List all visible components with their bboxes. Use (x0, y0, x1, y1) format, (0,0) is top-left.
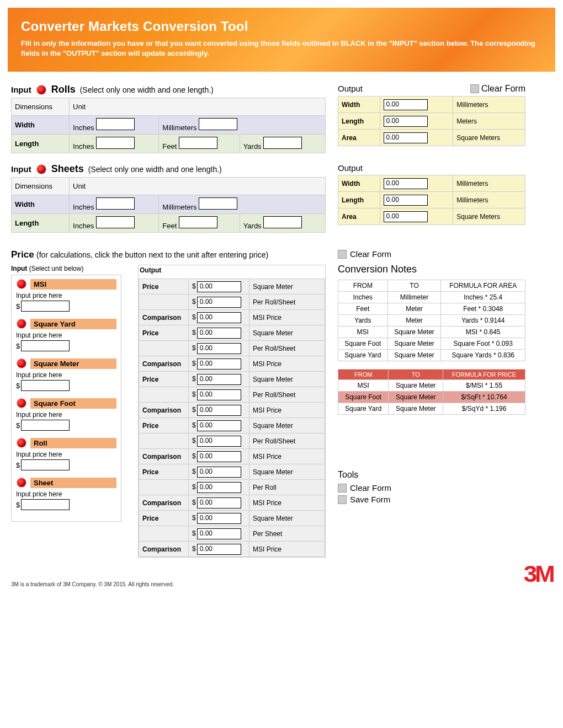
rolls-input-table: DimensionsUnit Width Inches Millimeters … (11, 98, 326, 153)
radio-icon[interactable] (16, 318, 27, 329)
rolls-width-mm[interactable] (199, 118, 237, 130)
rolls-length-inches[interactable] (96, 137, 135, 149)
rolls-width-inches[interactable] (96, 118, 135, 130)
checkbox-icon[interactable] (470, 84, 479, 93)
price-unit-label: Sheet (30, 478, 116, 488)
rolls-output-table: Width0.00Millimeters Length0.00Meters Ar… (338, 96, 525, 146)
logo-3m: 3M (523, 561, 553, 587)
tools-header: Tools (338, 470, 525, 480)
price-formula-table: FROMTOFORMULA FOR PRICE MSISquare Meter$… (338, 369, 525, 415)
price-unit-label: Square Meter (30, 358, 116, 369)
radio-icon[interactable] (16, 477, 27, 488)
sheets-input-table: DimensionsUnit Width Inches Millimeters … (11, 177, 326, 233)
area-formula-table: FROMTOFORMULA FOR AREA InchesMillimeterI… (338, 280, 525, 361)
checkbox-icon[interactable] (338, 484, 347, 493)
price-input-4[interactable] (21, 459, 70, 470)
radio-icon[interactable] (16, 437, 27, 448)
page-subtitle: Fill in only the information you have or… (21, 39, 542, 58)
price-unit-label: MSI (30, 279, 116, 290)
sheets-length-yards[interactable] (263, 216, 302, 228)
conversion-notes-header: Conversion Notes (338, 264, 525, 275)
price-input-0[interactable] (21, 301, 70, 312)
price-unit-label: Roll (30, 438, 116, 448)
checkbox-icon[interactable] (338, 250, 347, 259)
save-form-button[interactable]: Save Form (350, 495, 390, 504)
price-input-list: MSIInput price here$Square YardInput pri… (11, 275, 121, 522)
clear-form-button[interactable]: Clear Form (350, 249, 391, 259)
rolls-length-feet[interactable] (179, 137, 217, 149)
radio-icon[interactable] (16, 279, 27, 290)
radio-icon[interactable] (16, 358, 27, 369)
header-banner: Converter Markets Conversion Tool Fill i… (8, 8, 555, 72)
page-title: Converter Markets Conversion Tool (21, 19, 542, 34)
clear-form-button[interactable]: Clear Form (350, 483, 391, 493)
sheets-width-mm[interactable] (199, 197, 237, 210)
radio-icon[interactable] (16, 398, 27, 409)
rolls-input-header: Input Rolls (Select only one width and o… (11, 84, 326, 95)
price-unit-label: Square Foot (30, 398, 116, 409)
sheets-width-inches[interactable] (96, 197, 135, 210)
footer-note: 3M is a trademark of 3M Company. © 3M 20… (11, 581, 174, 587)
sheets-input-header: Input Sheets (Select only one width and … (11, 163, 326, 175)
price-header: Price (for calculations, click the butto… (11, 249, 326, 260)
price-input-2[interactable] (21, 380, 70, 391)
radio-icon[interactable] (36, 84, 47, 95)
price-input-1[interactable] (21, 340, 70, 351)
sheets-length-inches[interactable] (96, 216, 135, 228)
checkbox-icon[interactable] (338, 495, 347, 504)
price-output-table: Price$0.00Square Meter$0.00Per Roll/Shee… (139, 279, 325, 557)
sheets-length-feet[interactable] (179, 216, 217, 228)
clear-form-button[interactable]: Clear Form (481, 84, 525, 94)
sheets-output-table: Width0.00Millimeters Length0.00Millimete… (338, 175, 525, 225)
price-unit-label: Square Yard (30, 319, 116, 329)
price-input-3[interactable] (21, 420, 70, 431)
radio-icon[interactable] (36, 164, 47, 175)
price-input-5[interactable] (21, 499, 70, 510)
rolls-length-yards[interactable] (263, 137, 302, 149)
